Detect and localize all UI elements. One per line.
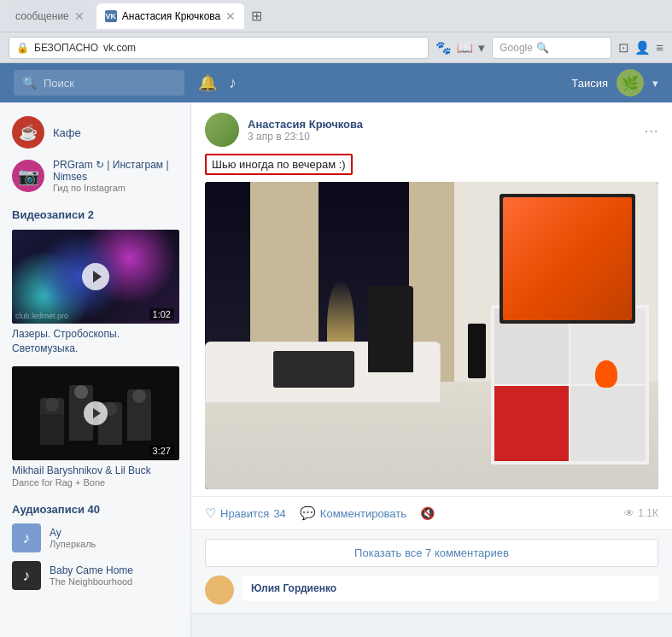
header-right: Таисия 🌿 ▾: [571, 69, 658, 96]
header-icons: 🔔 ♪: [198, 73, 237, 92]
comment-icon: 💬: [300, 506, 316, 521]
prgram-sub: Гид по Instagram: [53, 183, 178, 193]
sidebar-item-prgram[interactable]: 📷 PRGram ↻ | Инстаграм | Nimses Гид по I…: [0, 154, 190, 198]
comment-avatar-1: [205, 576, 234, 605]
video-play-btn-2[interactable]: [84, 401, 108, 425]
mute-icon[interactable]: 🔇: [420, 506, 435, 520]
views-value: 1.1К: [638, 507, 658, 519]
audio-text-2: Baby Came Home The Neighbourhood: [50, 564, 133, 587]
video-thumb-2: 3:27: [12, 366, 179, 460]
audio-item-1[interactable]: ♪ Ay Луперкаль: [0, 519, 190, 557]
comment-button[interactable]: 💬 Комментировать: [300, 506, 406, 521]
video-title-2: Mikhail Baryshnikov & Lil Buck: [12, 464, 178, 478]
vk-search-bar[interactable]: 🔍: [14, 70, 184, 96]
extensions-icon[interactable]: 🐾: [435, 40, 452, 56]
cafe-avatar: ☕: [12, 116, 44, 149]
post-image: [205, 182, 658, 489]
notifications-icon[interactable]: 🔔: [198, 73, 217, 92]
sidebar-item-cafe[interactable]: ☕ Кафе: [0, 111, 190, 154]
comment-label: Комментировать: [320, 507, 406, 520]
user-icon[interactable]: 👤: [634, 40, 651, 56]
bookmarks-dropdown[interactable]: ▾: [478, 40, 485, 56]
post-date: 3 апр в 23:10: [248, 131, 635, 143]
audio-icon-2: ♪: [12, 561, 41, 590]
tab-messages-label: сообщение: [15, 10, 69, 22]
prgram-text: PRGram ↻ | Инстаграм | Nimses Гид по Ins…: [53, 159, 178, 193]
post-meta: Анастасия Крючкова 3 апр в 23:10: [248, 118, 635, 143]
search-placeholder: Google: [500, 42, 533, 54]
vk-search-input[interactable]: [44, 77, 176, 90]
post-author-name[interactable]: Анастасия Крючкова: [248, 118, 635, 131]
audios-section-header: Аудиозаписи 40: [0, 493, 190, 519]
music-icon[interactable]: ♪: [229, 74, 237, 92]
header-dropdown[interactable]: ▾: [652, 77, 658, 90]
main-layout: ☕ Кафе 📷 PRGram ↻ | Инстаграм | Nimses Г…: [0, 102, 672, 637]
screenshot-icon[interactable]: ⊡: [618, 40, 629, 56]
search-box[interactable]: Google 🔍: [492, 37, 611, 59]
video-item-2[interactable]: 3:27 Mikhail Baryshnikov & Lil Buck Danc…: [0, 361, 190, 494]
post-actions: ♡ Нравится 34 💬 Комментировать 🔇 👁 1.1К: [191, 496, 672, 529]
like-count: 34: [273, 507, 285, 520]
commenter-name-1: Юлия Гордиенко: [251, 582, 650, 594]
menu-icon[interactable]: ≡: [656, 40, 663, 55]
video-watermark-1: club.ledrnet.pro: [15, 312, 68, 320]
sidebar: ☕ Кафе 📷 PRGram ↻ | Инстаграм | Nimses Г…: [0, 102, 191, 637]
video-thumb-1: 1:02 club.ledrnet.pro: [12, 230, 179, 324]
video-duration-2: 3:27: [149, 445, 174, 457]
videos-section-header: Видеозаписи 2: [0, 198, 190, 225]
comment-item-1: Юлия Гордиенко: [205, 576, 658, 605]
new-tab-icon[interactable]: ⊞: [251, 8, 262, 24]
post: Анастасия Крючкова 3 апр в 23:10 ··· Шью…: [191, 102, 672, 614]
eye-icon: 👁: [624, 507, 634, 519]
like-icon: ♡: [205, 506, 216, 521]
video-item-1[interactable]: 1:02 club.ledrnet.pro Лазеры. Стробоскоп…: [0, 225, 190, 361]
prgram-name: PRGram ↻ | Инстаграм | Nimses: [53, 159, 178, 183]
show-comments-button[interactable]: Показать все 7 комментариев: [205, 539, 658, 567]
post-text: Шью иногда по вечерам :): [191, 147, 672, 182]
comments-section: Показать все 7 комментариев Юлия Гордиен…: [191, 529, 672, 613]
browser-action-icons: ⊡ 👤 ≡: [618, 40, 663, 56]
address-bar: 🔒 БЕЗОПАСНО vk.com 🐾 📖 ▾ Google 🔍 ⊡ 👤 ≡: [0, 32, 672, 63]
tab-messages[interactable]: сообщение ✕: [7, 3, 93, 29]
tab-vk[interactable]: VK Анастасия Крючкова ✕: [96, 3, 245, 29]
user-name-header: Таисия: [571, 77, 608, 90]
vk-search-icon: 🔍: [22, 76, 37, 90]
comment-body-1: Юлия Гордиенко: [243, 576, 658, 601]
search-icon: 🔍: [536, 42, 549, 54]
post-text-highlighted: Шью иногда по вечерам :): [205, 154, 353, 175]
cafe-name: Кафе: [53, 126, 81, 139]
video-duration-1: 1:02: [149, 308, 174, 320]
views-count: 👁 1.1К: [624, 507, 658, 519]
browser-chrome: сообщение ✕ VK Анастасия Крючкова ✕ ⊞: [0, 0, 672, 32]
post-image-container[interactable]: [205, 182, 658, 489]
header-avatar[interactable]: 🌿: [616, 69, 644, 96]
like-label: Нравится: [220, 507, 269, 520]
tab-vk-label: Анастасия Крючкова: [122, 10, 221, 22]
audio-icon-1: ♪: [12, 523, 41, 552]
audio-item-2[interactable]: ♪ Baby Came Home The Neighbourhood: [0, 557, 190, 594]
browser-toolbar-icons: 🐾 📖 ▾: [435, 40, 485, 56]
post-header: Анастасия Крючкова 3 апр в 23:10 ···: [191, 102, 672, 147]
secure-label: БЕЗОПАСНО: [34, 42, 98, 54]
post-author-avatar[interactable]: [205, 113, 239, 147]
audio-artist-1: Луперкаль: [50, 539, 96, 549]
vk-favicon: VK: [105, 10, 117, 22]
vk-header: 🔍 🔔 ♪ Таисия 🌿 ▾: [0, 63, 672, 102]
video-title-1: Лазеры. Стробоскопы. Светомузыка.: [12, 327, 178, 356]
video-play-btn-1[interactable]: [82, 263, 109, 290]
audio-artist-2: The Neighbourhood: [50, 576, 133, 587]
audio-title-2: Baby Came Home: [50, 564, 133, 576]
feed: Анастасия Крючкова 3 апр в 23:10 ··· Шью…: [191, 102, 672, 637]
url-display: vk.com: [103, 42, 136, 54]
post-options-icon[interactable]: ···: [644, 120, 658, 140]
bookmarks-icon[interactable]: 📖: [457, 40, 473, 56]
address-box[interactable]: 🔒 БЕЗОПАСНО vk.com: [9, 37, 429, 59]
prgram-avatar: 📷: [12, 160, 44, 192]
video-subtitle-2: Dance for Rag + Bone: [12, 477, 178, 488]
audio-text-1: Ay Луперкаль: [50, 527, 96, 549]
cafe-text: Кафе: [53, 126, 81, 139]
audio-title-1: Ay: [50, 527, 96, 539]
tab-vk-close[interactable]: ✕: [225, 9, 236, 23]
like-button[interactable]: ♡ Нравится 34: [205, 506, 286, 521]
tab-messages-close[interactable]: ✕: [74, 9, 85, 23]
